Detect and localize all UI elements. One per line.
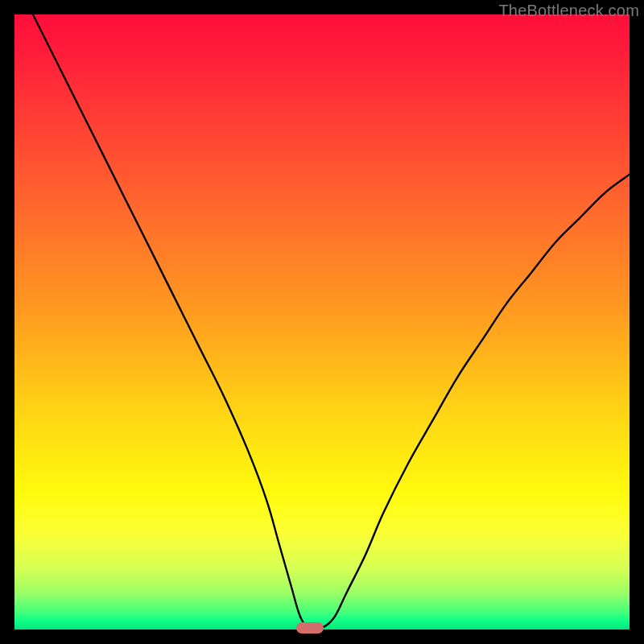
chart-frame: TheBottleneck.com xyxy=(0,0,644,644)
bottleneck-curve xyxy=(14,14,630,630)
watermark-text: TheBottleneck.com xyxy=(498,2,639,20)
plot-area xyxy=(14,14,630,630)
minimum-marker xyxy=(296,622,324,634)
